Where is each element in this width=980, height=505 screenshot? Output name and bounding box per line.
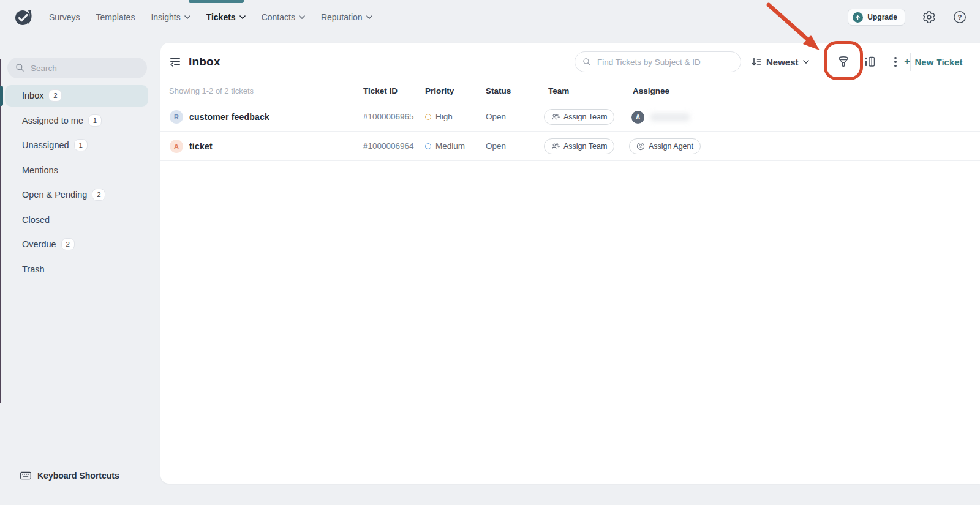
sidebar-item-mentions[interactable]: Mentions (0, 158, 157, 183)
new-ticket-button[interactable]: + New Ticket (904, 56, 963, 67)
chevron-down-icon (366, 15, 372, 19)
nav-label: Contacts (262, 12, 295, 22)
sort-label: Newest (766, 57, 799, 67)
sidebar-folder-list: Inbox2 Assigned to me1 Unassigned1 Menti… (0, 83, 157, 282)
help-icon[interactable]: ? (953, 10, 967, 24)
page-title: Inbox (189, 55, 221, 69)
priority-label: High (435, 112, 453, 121)
column-header-team: Team (548, 86, 569, 95)
sidebar-item-label: Inbox (22, 91, 43, 100)
sidebar-item-open-pending[interactable]: Open & Pending2 (0, 182, 157, 208)
keyboard-icon (20, 471, 31, 480)
assignee-avatar[interactable]: A (631, 111, 644, 124)
priority-cell[interactable]: Medium (425, 141, 465, 151)
chevron-down-icon (803, 60, 809, 64)
sidebar-search-input[interactable] (7, 58, 147, 78)
new-ticket-label: New Ticket (915, 57, 963, 67)
sidebar-item-closed[interactable]: Closed (0, 208, 157, 233)
team-icon (551, 113, 560, 121)
column-header-status: Status (486, 86, 511, 95)
ticket-search-input[interactable] (575, 51, 741, 72)
table-row[interactable]: R customer feedback #1000006965 High Ope… (160, 102, 980, 132)
avatar: A (170, 140, 183, 153)
filter-button[interactable] (836, 54, 851, 69)
ticket-subject[interactable]: ticket (189, 141, 213, 151)
chevron-down-icon (239, 15, 246, 19)
chevron-down-icon (299, 15, 305, 19)
priority-medium-icon (425, 143, 431, 149)
svg-text:?: ? (958, 13, 962, 21)
nav-item-surveys[interactable]: Surveys (49, 12, 80, 22)
nav-item-reputation[interactable]: Reputation (321, 12, 372, 22)
sidebar-item-label: Mentions (22, 165, 58, 175)
sidebar-item-label: Trash (22, 264, 45, 274)
assignee-name-redacted (650, 113, 690, 121)
count-badge: 1 (74, 139, 88, 151)
ticket-subject[interactable]: customer feedback (189, 112, 270, 122)
priority-high-icon (425, 114, 431, 120)
assign-team-button[interactable]: Assign Team (544, 109, 614, 125)
column-header-priority: Priority (425, 86, 454, 95)
avatar: R (170, 110, 183, 124)
count-badge: 2 (61, 238, 75, 250)
plus-icon: + (904, 56, 911, 67)
sidebar-item-label: Assigned to me (22, 116, 83, 125)
brand-logo-icon[interactable] (12, 6, 34, 28)
divider (10, 462, 147, 462)
sidebar-item-overdue[interactable]: Overdue2 (0, 232, 157, 257)
keyboard-shortcuts-button[interactable]: Keyboard Shortcuts (0, 471, 157, 481)
count-badge: 1 (88, 114, 102, 127)
ticket-id: #1000006965 (363, 112, 414, 121)
nav-item-tickets[interactable]: Tickets (206, 12, 246, 22)
sidebar-item-label: Open & Pending (22, 190, 87, 200)
sort-descending-icon (751, 56, 762, 67)
sidebar-item-assigned-to-me[interactable]: Assigned to me1 (0, 108, 157, 133)
nav-item-insights[interactable]: Insights (151, 12, 190, 22)
settings-gear-icon[interactable] (922, 10, 936, 24)
assign-agent-label: Assign Agent (649, 142, 693, 151)
table-header-row: Showing 1-2 of 2 tickets Ticket ID Prior… (160, 80, 980, 102)
assign-team-label: Assign Team (564, 113, 607, 121)
count-badge: 2 (92, 189, 105, 201)
keyboard-shortcuts-label: Keyboard Shortcuts (37, 471, 119, 481)
team-icon (551, 142, 560, 151)
nav-label: Insights (151, 12, 180, 22)
nav-item-contacts[interactable]: Contacts (262, 12, 305, 22)
sidebar-footer: Keyboard Shortcuts (0, 462, 157, 481)
assign-team-label: Assign Team (564, 142, 607, 151)
sidebar-item-label: Closed (22, 215, 50, 225)
upgrade-button[interactable]: Upgrade (848, 9, 905, 26)
ticket-count-summary: Showing 1-2 of 2 tickets (169, 86, 254, 95)
nav-label: Tickets (206, 12, 236, 22)
inbox-panel: Inbox Newest + New Ticket (160, 43, 980, 484)
sort-dropdown[interactable]: Newest (751, 54, 809, 70)
status-cell[interactable]: Open (486, 141, 506, 151)
sidebar-item-label: Overdue (22, 239, 56, 249)
ticket-id: #1000006964 (363, 141, 414, 151)
sidebar-item-label: Unassigned (22, 140, 69, 150)
priority-cell[interactable]: High (425, 112, 453, 121)
sidebar-item-inbox[interactable]: Inbox2 (0, 83, 157, 108)
column-header-assignee: Assignee (633, 86, 669, 95)
column-header-ticket-id: Ticket ID (363, 86, 398, 95)
count-badge: 2 (48, 89, 62, 102)
topnav-actions: Upgrade ? (848, 0, 967, 34)
top-navigation-bar: Surveys Templates Insights Tickets Conta… (0, 0, 980, 34)
upgrade-label: Upgrade (867, 13, 897, 21)
chevron-down-icon (184, 15, 190, 19)
sidebar-item-unassigned[interactable]: Unassigned1 (0, 133, 157, 158)
sidebar-item-trash[interactable]: Trash (0, 257, 157, 282)
nav-label: Surveys (49, 12, 80, 22)
priority-label: Medium (435, 141, 465, 151)
collapse-sidebar-icon[interactable] (169, 56, 181, 68)
table-row[interactable]: A ticket #1000006964 Medium Open Assign … (160, 132, 980, 161)
assign-team-button[interactable]: Assign Team (544, 138, 614, 154)
nav-item-templates[interactable]: Templates (96, 12, 135, 22)
assign-agent-button[interactable]: Assign Agent (629, 138, 701, 154)
status-cell[interactable]: Open (486, 112, 506, 121)
tickets-sidebar: Inbox2 Assigned to me1 Unassigned1 Menti… (0, 34, 157, 505)
upgrade-arrow-icon (853, 12, 863, 23)
more-options-button[interactable] (891, 54, 900, 69)
app-window: Surveys Templates Insights Tickets Conta… (0, 0, 980, 505)
customize-columns-icon[interactable] (862, 54, 877, 69)
